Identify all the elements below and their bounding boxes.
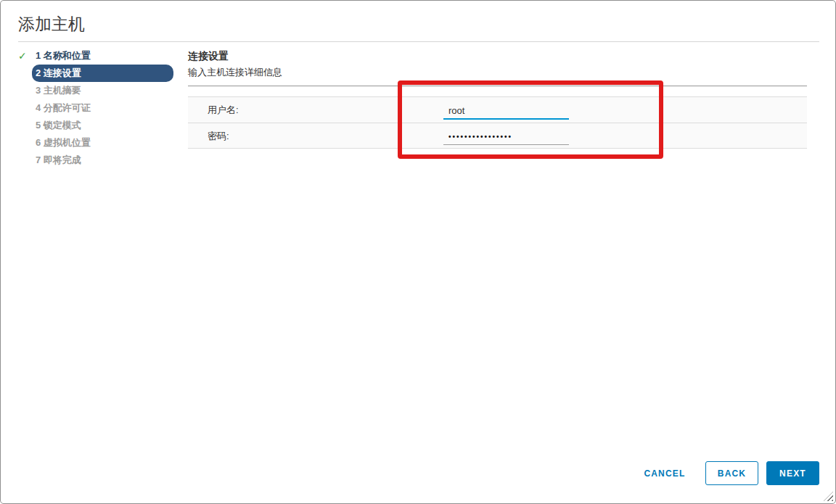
- step-label: 主机摘要: [44, 85, 81, 96]
- username-input[interactable]: root: [443, 105, 569, 120]
- check-icon: ✓: [18, 47, 33, 65]
- wizard-step-list: ✓ 1 名称和位置 2 连接设置 3 主机摘要 4 分配许可证 5 锁定模式 6…: [18, 47, 173, 169]
- step-number: 1: [36, 50, 41, 61]
- step-5-lockdown-mode: 5 锁定模式: [18, 117, 173, 134]
- username-row: 用户名: root: [188, 96, 807, 123]
- next-button[interactable]: NEXT: [766, 461, 819, 485]
- step-label: 名称和位置: [44, 50, 91, 61]
- step-7-ready-to-complete: 7 即将完成: [18, 152, 173, 169]
- content-divider: [188, 86, 807, 86]
- step-label: 连接设置: [44, 67, 81, 78]
- username-label: 用户名:: [208, 97, 239, 123]
- step-2-connection-settings[interactable]: 2 连接设置: [32, 65, 173, 82]
- add-host-wizard-dialog: 添加主机 ✓ 1 名称和位置 2 连接设置 3 主机摘要 4 分配许可证 5 锁…: [0, 0, 836, 504]
- cancel-button[interactable]: CANCEL: [639, 463, 690, 484]
- step-number: 2: [36, 67, 41, 78]
- step-4-assign-license: 4 分配许可证: [18, 99, 173, 117]
- title-divider: [18, 41, 819, 42]
- step-number: 7: [36, 154, 41, 165]
- step-label: 虚拟机位置: [44, 137, 91, 148]
- step-1-name-and-location[interactable]: ✓ 1 名称和位置: [18, 47, 173, 65]
- resize-handle[interactable]: [824, 492, 833, 501]
- step-6-vm-location: 6 虚拟机位置: [18, 134, 173, 152]
- back-button[interactable]: BACK: [705, 461, 758, 485]
- page-title: 连接设置: [188, 50, 229, 63]
- step-number: 3: [36, 85, 41, 96]
- password-input[interactable]: ••••••••••••••••: [443, 133, 569, 145]
- password-row: 密码: ••••••••••••••••: [188, 123, 807, 149]
- step-label: 即将完成: [44, 154, 81, 165]
- step-label: 锁定模式: [44, 120, 81, 131]
- step-label: 分配许可证: [44, 102, 91, 113]
- page-subtitle: 输入主机连接详细信息: [188, 66, 282, 79]
- connection-settings-form: 用户名: root 密码: ••••••••••••••••: [188, 96, 807, 149]
- step-number: 6: [36, 137, 41, 148]
- dialog-title: 添加主机: [18, 13, 85, 36]
- step-number: 4: [36, 102, 41, 113]
- step-number: 5: [36, 120, 41, 131]
- password-label: 密码:: [208, 123, 229, 149]
- step-3-host-summary: 3 主机摘要: [18, 82, 173, 99]
